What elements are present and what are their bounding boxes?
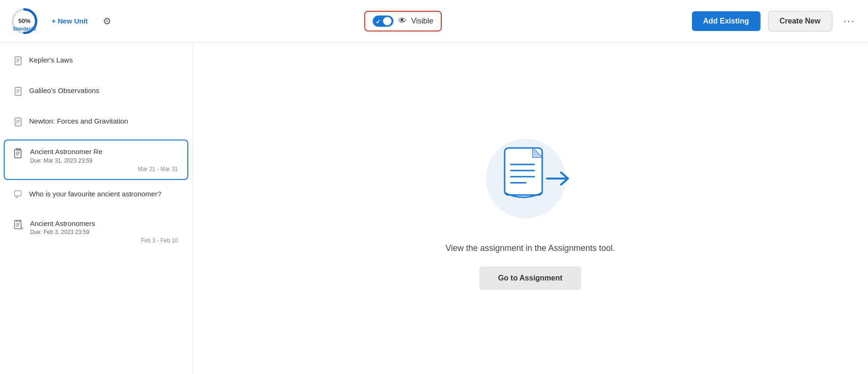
sidebar: Kepler's Laws Galileo's Observations [0, 42, 192, 374]
sidebar-item-ancient-astronomer[interactable]: Ancient Astronomer Re Due: Mar 31, 2023 … [4, 140, 188, 180]
progress-circle: 50% Standards [9, 6, 39, 36]
sidebar-item-content: Galileo's Observations [29, 86, 178, 95]
sidebar-item-due: Due: Mar 31, 2023 23:59 [30, 157, 178, 164]
create-new-button[interactable]: Create New [768, 11, 832, 31]
sidebar-item-galileos-observations[interactable]: Galileo's Observations [4, 78, 188, 107]
quiz-icon: ? [14, 220, 24, 234]
sidebar-item-content: Newton: Forces and Gravitation [29, 117, 178, 126]
sidebar-item-content: Ancient Astronomer Re Due: Mar 31, 2023 … [30, 147, 178, 172]
sidebar-item-date-range: Feb 3 - Feb 10 [30, 237, 178, 244]
visible-label: Visible [411, 17, 433, 25]
sidebar-item-content: Ancient Astronomers Due: Feb 3, 2023 23:… [30, 219, 178, 244]
sidebar-item-title: Who is your favourite ancient astronomer… [29, 189, 178, 199]
sidebar-item-title: Ancient Astronomers [30, 219, 178, 228]
gear-icon: ⚙ [103, 16, 111, 26]
new-unit-button[interactable]: + New Unit [47, 14, 92, 28]
eye-icon: 👁 [398, 16, 407, 26]
more-options-button[interactable]: ··· [840, 12, 859, 30]
sidebar-item-content: Who is your favourite ancient astronomer… [29, 189, 178, 199]
assignment-illustration [479, 127, 582, 230]
discussion-icon [14, 190, 23, 202]
svg-text:?: ? [21, 226, 23, 231]
sidebar-item-content: Kepler's Laws [29, 55, 178, 65]
assignment-icon [14, 148, 24, 162]
sidebar-item-title: Galileo's Observations [29, 86, 178, 95]
sidebar-item-newton-forces[interactable]: Newton: Forces and Gravitation [4, 109, 188, 138]
sidebar-item-title: Newton: Forces and Gravitation [29, 117, 178, 126]
top-bar: 50% Standards + New Unit ⚙ ✓ 👁 Visible A… [0, 0, 868, 42]
sidebar-item-date-range: Mar 21 - Mar 31 [30, 166, 178, 172]
sidebar-item-who-favourite[interactable]: Who is your favourite ancient astronomer… [4, 182, 188, 210]
main-content: Kepler's Laws Galileo's Observations [0, 42, 868, 374]
standards-label: Standards [13, 26, 36, 31]
visible-toggle-area: ✓ 👁 Visible [364, 11, 442, 31]
document-icon [14, 87, 23, 100]
more-dots-icon: ··· [844, 15, 855, 27]
go-to-assignment-button[interactable]: Go to Assignment [479, 266, 581, 290]
center-content: View the assignment in the Assignments t… [192, 42, 868, 374]
document-icon [14, 56, 23, 69]
sidebar-item-title: Ancient Astronomer Re [30, 147, 178, 156]
svg-rect-19 [15, 191, 21, 196]
gear-button[interactable]: ⚙ [100, 13, 114, 30]
sidebar-item-ancient-astronomers-quiz[interactable]: ? Ancient Astronomers Due: Feb 3, 2023 2… [4, 211, 188, 252]
sidebar-item-keplers-laws[interactable]: Kepler's Laws [4, 48, 188, 77]
add-existing-button[interactable]: Add Existing [692, 11, 760, 31]
center-description: View the assignment in the Assignments t… [446, 243, 615, 253]
progress-percent: 50% [18, 17, 31, 23]
document-icon [14, 117, 23, 130]
sidebar-item-title: Kepler's Laws [29, 55, 178, 65]
visible-toggle[interactable]: ✓ [373, 16, 393, 27]
sidebar-item-due: Due: Feb 3, 2023 23:59 [30, 229, 178, 235]
